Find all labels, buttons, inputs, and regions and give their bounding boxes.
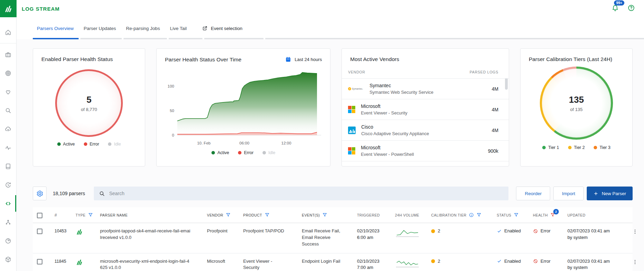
row-checkbox[interactable]: [37, 229, 42, 234]
tiers-donut-value: 135: [569, 94, 584, 105]
time-range-label: Last 24 hours: [295, 57, 322, 62]
filter-icon[interactable]: [476, 212, 482, 218]
sidebar-item-search[interactable]: [0, 101, 16, 120]
select-all-checkbox[interactable]: [37, 213, 42, 218]
row-menu-button[interactable]: [631, 258, 639, 266]
notifications-button[interactable]: 99+: [611, 4, 619, 13]
reorder-button[interactable]: Reorder: [516, 187, 550, 200]
target-icon: [4, 70, 12, 77]
sidebar-item-book[interactable]: [0, 157, 16, 175]
app-title: LOG STREAM: [22, 6, 60, 12]
row-menu-button[interactable]: [631, 228, 639, 235]
time-range-selector[interactable]: Last 24 hours: [285, 56, 322, 63]
filter-icon[interactable]: [265, 212, 270, 218]
sidebar-item-cube[interactable]: [0, 250, 16, 269]
filter-icon[interactable]: [226, 212, 231, 218]
table-row[interactable]: 11845 microsoft-evsecurity-xml-endpoint-…: [33, 253, 633, 271]
cell-status: Enabled: [497, 258, 533, 265]
parser-count: 18,109 parsers: [53, 191, 85, 196]
check-icon: [497, 259, 502, 264]
microsoft-logo: [348, 147, 355, 154]
sidebar-item-pie-chart[interactable]: [0, 231, 16, 250]
tab-event-selection[interactable]: Event selection: [197, 17, 247, 39]
error-prohibited-icon: [533, 229, 538, 234]
sidebar-item-heart[interactable]: [0, 82, 16, 101]
cell-number: 11845: [48, 258, 71, 264]
cell-parser-name[interactable]: proofpoint-tappod-sk4-email-receive-fail…: [100, 228, 190, 241]
main-area: Parsers OverviewParser UpdatesRe-parsing…: [17, 17, 644, 271]
info-icon[interactable]: [469, 212, 474, 218]
vendor-row[interactable]: Cisco Cisco Adaptive Security Appliance …: [342, 120, 509, 141]
vendor-parsed-logs: 4M: [492, 86, 498, 92]
cell-triggered: 02/10/20237:00 am: [357, 258, 388, 271]
new-parser-label: New Parser: [602, 191, 626, 196]
table-row[interactable]: 10453 proofpoint-tappod-sk4-email-receiv…: [33, 223, 633, 253]
legend-item-idle: Idle: [262, 150, 275, 155]
column-header-updated: UPDATED: [567, 213, 623, 217]
sidebar-item-code[interactable]: [0, 194, 16, 213]
cell-updated: 02/07/2023 03:41 amby system: [567, 228, 623, 241]
tiers-legend: Tier 1 Tier 2 Tier 3: [529, 145, 624, 150]
tab-live-tail[interactable]: Live Tail: [166, 17, 191, 39]
cell-product: Event Viewer - Security: [243, 258, 286, 271]
column-label: TRIGGERED: [357, 213, 380, 217]
vendors-scrollbar[interactable]: [505, 79, 508, 90]
help-button[interactable]: [627, 4, 635, 13]
import-button[interactable]: Import: [553, 187, 584, 200]
vendor-parsed-logs: 4M: [492, 107, 498, 112]
brand-logo[interactable]: [0, 0, 17, 17]
cell-events: Endpoint Login Fail: [302, 258, 347, 265]
cell-parser-name[interactable]: microsoft-evsecurity-xml-endpoint-login-…: [100, 258, 190, 271]
sidebar-item-history[interactable]: [0, 175, 16, 194]
sidebar-item-cloud-upload[interactable]: [0, 120, 16, 138]
volume-sparkline: [395, 228, 431, 238]
tab-re-parsing-jobs[interactable]: Re-parsing Jobs: [122, 17, 164, 39]
cell-24h-volume: [395, 228, 431, 238]
column-header-product: PRODUCT: [243, 212, 286, 218]
health-donut-chart: 5 of 8,770: [55, 69, 123, 137]
column-label: HEALTH: [533, 213, 548, 217]
legend-item-error: Error: [238, 150, 254, 155]
activity-icon: [4, 144, 12, 151]
vendor-name: Symantec: [369, 83, 486, 88]
legend-item-active: Active: [57, 142, 75, 147]
topbar-actions: 99+: [611, 4, 644, 13]
sidebar-item-target[interactable]: [0, 64, 16, 82]
sidebar-item-home[interactable]: [0, 23, 16, 41]
vendor-row[interactable]: Microsoft Event Viewer - PowerShell 900k: [342, 141, 509, 161]
tab-parser-updates[interactable]: Parser Updates: [80, 17, 120, 39]
sidebar-item-activity[interactable]: [0, 138, 16, 157]
legend-dot: [108, 142, 111, 146]
vendor-row[interactable]: Microsoft Event Viewer - Security 4M: [342, 99, 509, 120]
column-header-health: HEALTH2: [533, 212, 567, 218]
filter-icon[interactable]: [322, 212, 327, 218]
filter-icon[interactable]: 2: [550, 212, 555, 218]
table-settings-button[interactable]: [33, 187, 47, 200]
column-label: VENDOR: [207, 213, 223, 217]
briefcase-icon: [4, 51, 12, 58]
vendor-row[interactable]: ✓Symantec. Symantec Symantec Web Securit…: [342, 79, 509, 99]
sidebar-item-network[interactable]: [0, 213, 16, 231]
tab-parsers-overview[interactable]: Parsers Overview: [33, 17, 78, 39]
row-checkbox[interactable]: [37, 259, 42, 264]
vendor-name: Microsoft: [361, 145, 482, 150]
cell-24h-volume: [395, 258, 431, 269]
new-parser-button[interactable]: New Parser: [587, 187, 633, 200]
over-time-legend: Active Error Idle: [165, 150, 322, 155]
filter-icon[interactable]: [88, 212, 93, 218]
help-icon: [627, 4, 635, 12]
search-icon: [4, 107, 12, 114]
symantec-logo: ✓Symantec.: [348, 86, 364, 92]
search-input[interactable]: [109, 191, 504, 196]
svg-text:100: 100: [168, 84, 174, 88]
cell-product: Proofpoint TAP/POD: [243, 228, 286, 234]
filter-icon[interactable]: [514, 212, 519, 218]
cell-triggered: 02/10/20236:00 am: [357, 228, 388, 241]
cloud-upload-icon: [4, 126, 12, 133]
top-header: LOG STREAM 99+: [0, 0, 644, 17]
column-header-type: TYPE: [71, 212, 100, 218]
cell-calibration-tier: 2: [431, 258, 497, 265]
sidebar-item-briefcase[interactable]: [0, 45, 16, 64]
vendors-col-vendor: VENDOR: [348, 70, 365, 74]
heart-icon: [4, 88, 12, 96]
